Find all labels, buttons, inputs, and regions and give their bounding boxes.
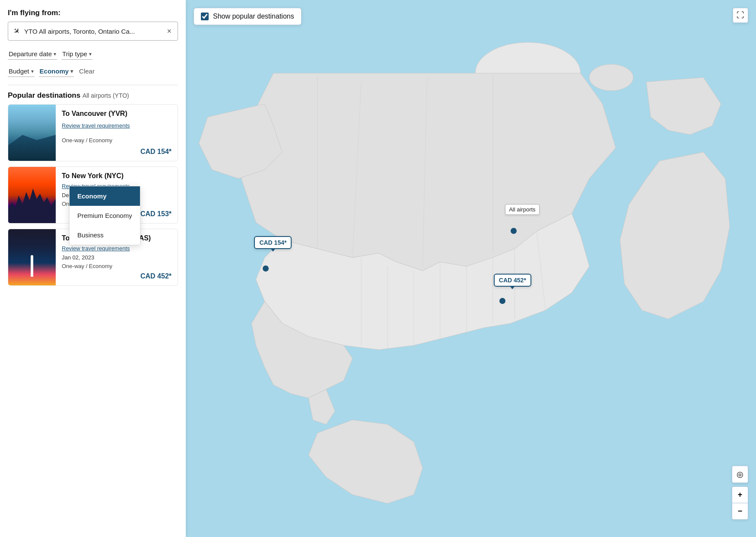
map-dot-vancouver [263,265,269,272]
map-fullscreen-button[interactable]: ⛶ [733,8,748,23]
dest-card-vancouver[interactable]: To Vancouver (YVR) Review travel require… [8,104,178,161]
dest-price-vancouver: CAD 154* [62,148,172,156]
dest-image-vancouver [8,105,56,161]
filters-row: Departure date ▾ Trip type ▾ [8,48,178,60]
show-popular-destinations-checkbox[interactable] [201,13,209,20]
svg-point-2 [589,64,633,91]
map-dot-toronto [511,228,517,234]
filters-row-2: Budget ▾ Economy ▾ Clear [8,66,178,77]
dest-trip-type-vancouver: One-way / Economy [62,137,172,144]
popular-destinations-title: Popular destinations All airports (YTO) [8,85,178,100]
economy-dropdown-menu: Economy Premium Economy Business [69,186,140,245]
departure-date-label: Departure date [9,50,52,58]
trip-type-label: Trip type [62,50,87,58]
flying-from-label: I'm flying from: [8,9,178,17]
trip-type-chevron: ▾ [89,51,92,57]
dest-date-washington: Jan 02, 2023 [62,254,172,261]
dest-title-vancouver: To Vancouver (YVR) [62,110,172,118]
budget-label: Budget [9,67,29,75]
price-bubble-cad154[interactable]: CAD 154* [254,236,292,249]
left-panel: I'm flying from: ✈ YTO All airports, Tor… [0,0,186,537]
plane-icon: ✈ [11,26,22,37]
clear-origin-button[interactable]: × [166,27,172,35]
dest-trip-type-washington: One-way / Economy [62,263,172,269]
departure-date-dropdown[interactable]: Departure date ▾ [8,48,57,60]
from-airport-label: All airports (YTO) [83,92,129,99]
trip-type-dropdown[interactable]: Trip type ▾ [61,48,92,60]
economy-chevron: ▾ [70,68,73,74]
budget-dropdown[interactable]: Budget ▾ [8,66,35,77]
map-zoom-out-button[interactable]: − [732,503,748,520]
map-zoom-in-button[interactable]: + [732,486,748,503]
show-popular-destinations-label[interactable]: Show popular destinations [213,13,294,20]
target-icon: ◎ [737,470,743,479]
dropdown-item-premium-economy[interactable]: Premium Economy [70,206,140,225]
dest-price-washington: CAD 452* [62,272,172,280]
budget-chevron: ▾ [31,68,34,74]
dest-review-link-vancouver[interactable]: Review travel requirements [62,122,172,129]
price-bubble-cad452[interactable]: CAD 452* [494,274,531,287]
map-panel[interactable]: Show popular destinations ⛶ CAD 154* All… [186,0,756,537]
dest-image-nyc [8,167,56,223]
dest-title-nyc: To New York (NYC) [62,172,172,180]
economy-dropdown[interactable]: Economy ▾ [39,66,74,77]
map-top-bar: Show popular destinations [194,8,302,25]
dest-image-washington [8,229,56,285]
map-target-button[interactable]: ◎ [732,466,748,483]
dest-info-vancouver: To Vancouver (YVR) Review travel require… [56,105,178,161]
clear-button[interactable]: Clear [78,66,95,77]
map-zoom-controls: ◎ + − [732,466,748,520]
departure-date-chevron: ▾ [54,51,56,57]
all-airports-label: All airports [505,204,539,215]
dropdown-item-business[interactable]: Business [70,225,140,245]
origin-text: YTO All airports, Toronto, Ontario Ca... [24,28,166,35]
map-svg [186,0,756,537]
fullscreen-icon: ⛶ [737,11,744,19]
origin-input-box[interactable]: ✈ YTO All airports, Toronto, Ontario Ca.… [8,22,178,41]
economy-label: Economy [40,67,69,75]
map-dot-nyc [499,298,505,304]
dropdown-item-economy[interactable]: Economy [70,186,140,206]
dest-review-link-washington[interactable]: Review travel requirements [62,245,172,252]
